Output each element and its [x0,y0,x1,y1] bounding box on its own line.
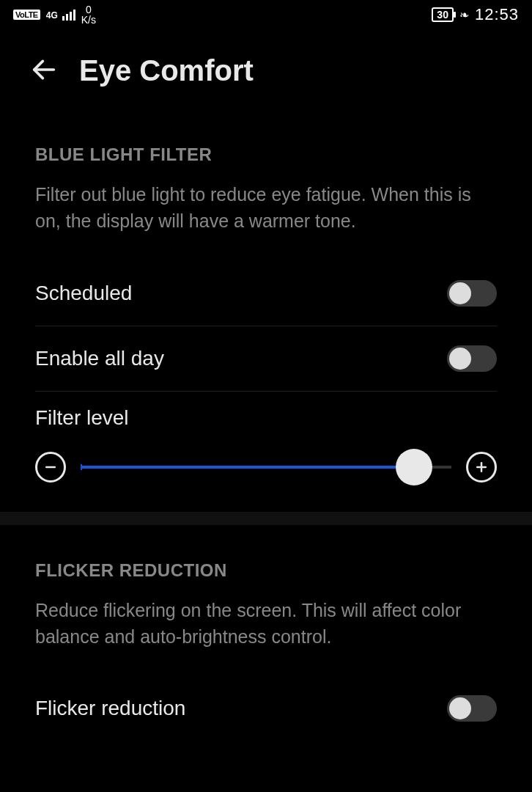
clock: 12:53 [475,5,519,24]
flicker-section: FLICKER REDUCTION Reduce flickering on t… [0,525,532,741]
battery-indicator: 30 [432,7,454,22]
speed-unit: K/s [81,15,96,25]
enable-all-day-row[interactable]: Enable all day [35,326,497,392]
flicker-reduction-row[interactable]: Flicker reduction [35,676,497,741]
status-bar: VoLTE 4G 0 K/s 30 ❧ 12:53 [0,0,532,28]
minus-button[interactable] [35,452,66,483]
scheduled-row[interactable]: Scheduled [35,261,497,326]
filter-level-slider-row [35,452,497,483]
page-title: Eye Comfort [79,54,254,87]
power-save-leaf-icon: ❧ [459,8,469,22]
toggle-knob [449,282,471,304]
blue-light-section-title: BLUE LIGHT FILTER [35,109,497,181]
network-speed: 0 K/s [81,4,96,25]
enable-all-day-toggle[interactable] [447,345,497,372]
plus-button[interactable] [466,452,497,483]
signal-indicator: 4G [46,10,75,21]
network-type: 4G [46,10,58,21]
flicker-reduction-toggle[interactable] [447,695,497,722]
volte-badge: VoLTE [13,10,40,20]
flicker-reduction-label: Flicker reduction [35,697,185,720]
filter-level-slider[interactable] [81,466,451,469]
back-arrow-icon[interactable] [29,55,59,87]
section-divider [0,512,532,525]
status-right: 30 ❧ 12:53 [432,5,519,24]
page-header: Eye Comfort [0,28,532,109]
scheduled-toggle[interactable] [447,280,497,307]
enable-all-day-label: Enable all day [35,347,164,370]
signal-bars-icon [62,10,75,21]
scheduled-label: Scheduled [35,282,132,305]
blue-light-description: Filter out blue light to reduce eye fati… [35,181,497,261]
toggle-knob [449,697,471,719]
blue-light-section: BLUE LIGHT FILTER Filter out blue light … [0,109,532,512]
filter-level-row: Filter level [35,392,497,512]
filter-level-label: Filter level [35,406,497,430]
flicker-description: Reduce flickering on the screen. This wi… [35,597,497,677]
flicker-section-title: FLICKER REDUCTION [35,525,497,597]
status-left: VoLTE 4G 0 K/s [13,4,96,25]
toggle-knob [449,348,471,370]
slider-thumb[interactable] [396,449,432,485]
speed-value: 0 [86,4,92,15]
